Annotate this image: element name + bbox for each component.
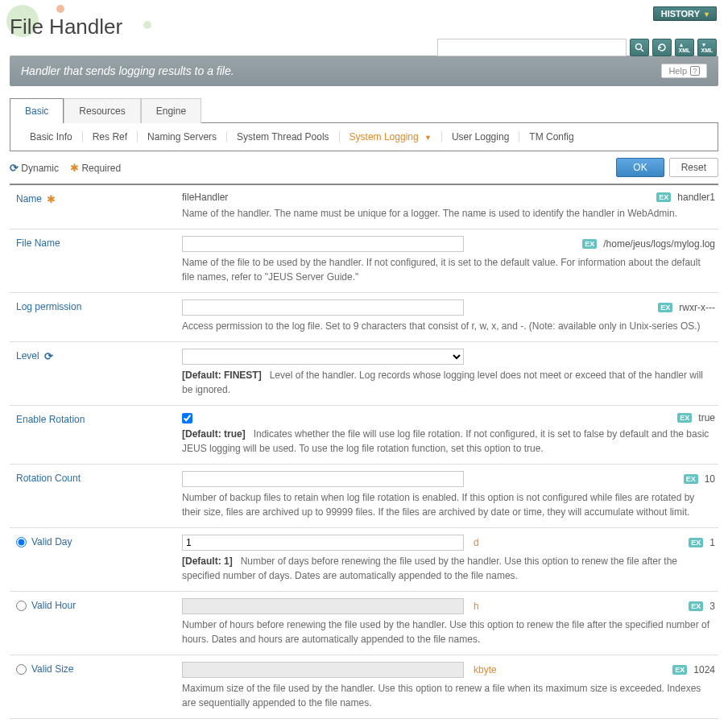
subtab-basic-info[interactable]: Basic Info: [20, 131, 83, 143]
label-valid-hour: Valid Hour: [10, 592, 179, 655]
refresh-icon-button[interactable]: [652, 39, 672, 56]
log-permission-input[interactable]: [182, 299, 464, 316]
valid-size-unit: kbyte: [474, 664, 497, 675]
valid-day-radio[interactable]: [16, 537, 27, 547]
valid-day-default: [Default: 1]: [182, 556, 233, 567]
svg-line-1: [641, 49, 643, 52]
ex-badge: EX: [672, 665, 687, 675]
label-enable-rotation: Enable Rotation: [10, 406, 179, 464]
required-icon: ✱: [47, 193, 56, 205]
ex-badge: EX: [582, 239, 597, 249]
valid-size-input[interactable]: [182, 662, 464, 678]
valid-size-radio[interactable]: [16, 664, 27, 675]
legend-dynamic: ⟳ Dynamic: [10, 162, 59, 174]
label-valid-size: Valid Size: [10, 655, 179, 718]
ex-badge: EX: [684, 474, 698, 484]
subtab-system-logging-label: System Logging: [350, 131, 419, 143]
rotation-count-desc: Number of backup files to retain when lo…: [182, 490, 715, 519]
valid-size-desc: Maximum size of the file used by the han…: [182, 681, 715, 710]
tab-resources[interactable]: Resources: [64, 98, 140, 123]
valid-day-desc: Number of days before renewing the file …: [182, 556, 677, 581]
file-name-input[interactable]: [182, 236, 464, 252]
label-name: Name ✱: [10, 185, 179, 229]
subtab-tm-config[interactable]: TM Config: [519, 131, 583, 143]
name-value: fileHandler: [182, 192, 228, 203]
help-icon: ?: [690, 66, 700, 76]
page-description: Handler that sends logging results to a …: [21, 64, 234, 77]
rotation-count-example: 10: [705, 473, 715, 485]
page-title: File Handler: [10, 14, 718, 39]
enable-rotation-example: true: [698, 412, 715, 423]
xml-down-icon: ▼XML: [701, 42, 714, 53]
dynamic-icon: ⟳: [44, 350, 53, 362]
search-icon-button[interactable]: [630, 39, 649, 56]
valid-hour-input[interactable]: [182, 598, 464, 614]
enable-rotation-checkbox[interactable]: [182, 413, 192, 423]
valid-day-input[interactable]: [182, 535, 464, 551]
refresh-icon: [657, 43, 667, 52]
level-default: [Default: FINEST]: [182, 370, 262, 381]
help-label: Help: [668, 66, 687, 76]
ex-badge: EX: [656, 192, 671, 202]
label-level: Level ⟳: [10, 342, 179, 405]
level-select[interactable]: [182, 349, 464, 365]
xml-up-icon: ▲XML: [679, 42, 691, 53]
valid-day-example: 1: [709, 537, 715, 548]
log-permission-desc: Access permission to the log file. Set t…: [182, 319, 715, 333]
chevron-down-icon: ▼: [424, 134, 432, 142]
valid-day-unit: d: [474, 537, 479, 548]
valid-size-example: 1024: [693, 664, 715, 675]
required-icon: ✱: [70, 162, 79, 174]
svg-point-0: [636, 44, 642, 50]
label-file-name: File Name: [10, 229, 179, 292]
name-desc: Name of the handler. The name must be un…: [182, 206, 715, 221]
help-button[interactable]: Help ?: [661, 64, 707, 78]
tab-engine[interactable]: Engine: [141, 98, 201, 123]
enable-rotation-default: [Default: true]: [182, 428, 246, 440]
ex-badge: EX: [658, 303, 672, 312]
xml-down-icon-button[interactable]: ▼XML: [697, 39, 717, 56]
subtab-naming-servers[interactable]: Naming Servers: [138, 131, 227, 143]
tab-basic[interactable]: Basic: [10, 98, 64, 123]
label-log-permission: Log permission: [10, 293, 179, 341]
name-example: handler1: [677, 192, 715, 203]
valid-hour-radio[interactable]: [16, 601, 27, 611]
log-permission-example: rwxr-x---: [679, 302, 715, 313]
label-rotation-count: Rotation Count: [10, 465, 179, 527]
reset-button[interactable]: Reset: [669, 158, 718, 177]
ex-badge: EX: [677, 413, 692, 423]
ok-button[interactable]: OK: [616, 158, 664, 177]
enable-rotation-desc: Indicates whether the file will use log …: [182, 428, 709, 454]
file-name-example: /home/jeus/logs/mylog.log: [603, 238, 715, 250]
ex-badge: EX: [689, 601, 703, 611]
xml-up-icon-button[interactable]: ▲XML: [675, 39, 694, 56]
search-icon: [635, 43, 644, 52]
subtab-system-thread-pools[interactable]: System Thread Pools: [227, 131, 340, 143]
valid-hour-unit: h: [474, 601, 479, 612]
dynamic-icon: ⟳: [10, 162, 19, 174]
rotation-count-input[interactable]: [182, 471, 464, 487]
file-name-desc: Name of the file to be used by the handl…: [182, 255, 715, 284]
ex-badge: EX: [689, 538, 703, 547]
subtab-user-logging[interactable]: User Logging: [442, 131, 519, 143]
search-input[interactable]: [437, 39, 627, 56]
valid-hour-example: 3: [709, 601, 715, 612]
subtab-res-ref[interactable]: Res Ref: [83, 131, 138, 143]
label-valid-day: Valid Day: [10, 528, 179, 591]
subtab-system-logging[interactable]: System Logging ▼: [340, 131, 442, 143]
valid-hour-desc: Number of hours before renewing the file…: [182, 618, 715, 646]
legend-required: ✱ Required: [70, 162, 121, 174]
